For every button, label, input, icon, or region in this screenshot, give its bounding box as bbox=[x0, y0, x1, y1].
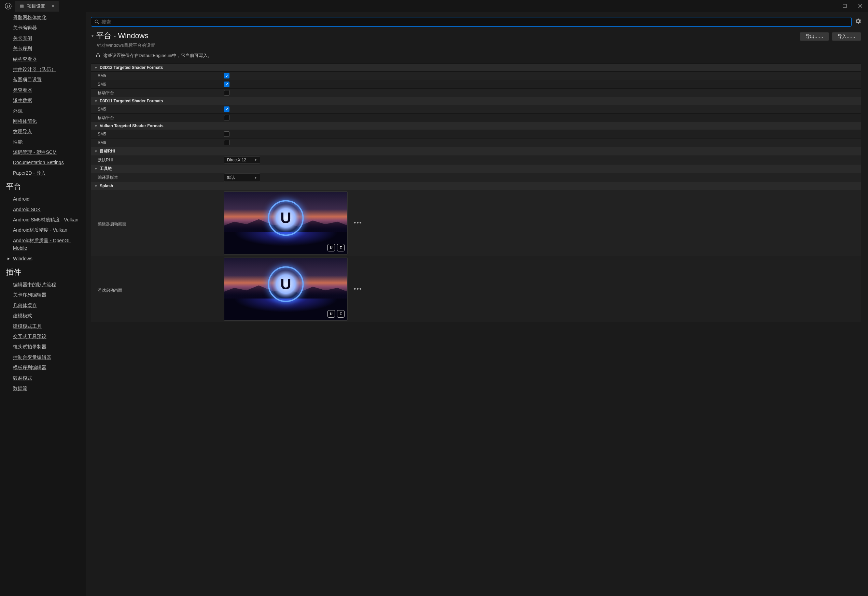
main-panel: ▼ 平台 - Windows 针对Windows目标平台的设置 导出…… 导入…… bbox=[86, 12, 868, 596]
sidebar-item[interactable]: 骨骼网格体简化 bbox=[0, 12, 86, 22]
window-close-button[interactable] bbox=[852, 0, 868, 12]
checkbox[interactable] bbox=[224, 106, 229, 112]
sidebar-item[interactable]: 镜头试拍录制器 bbox=[0, 341, 86, 352]
sidebar-item[interactable]: 蓝图项目设置 bbox=[0, 74, 86, 85]
chevron-down-icon[interactable]: ▼ bbox=[94, 124, 98, 128]
sidebar-item[interactable]: 建模模式 bbox=[0, 310, 86, 321]
search-icon bbox=[95, 19, 99, 24]
section-header[interactable]: ▼Vulkan Targeted Shader Formats bbox=[91, 122, 861, 130]
property-label: 移动平台 bbox=[91, 115, 224, 121]
checkbox[interactable] bbox=[224, 81, 229, 87]
dropdown[interactable]: DirectX 12▼ bbox=[224, 156, 260, 164]
sidebar-item[interactable]: 建模模式工具 bbox=[0, 321, 86, 331]
section-title: Splash bbox=[100, 183, 113, 188]
property-row: 编辑器启动画面UUE••• bbox=[91, 190, 861, 256]
sidebar-item[interactable]: 关卡序列 bbox=[0, 43, 86, 53]
sidebar-item[interactable]: 破裂模式 bbox=[0, 373, 86, 383]
sidebar-item[interactable]: 源码管理 - 塑性SCM bbox=[0, 147, 86, 157]
sidebar-item[interactable]: 控制台变量编辑器 bbox=[0, 352, 86, 362]
property-label: 游戏启动画面 bbox=[91, 258, 224, 294]
sidebar-item[interactable]: 派生数据 bbox=[0, 95, 86, 105]
ellipsis-button[interactable]: ••• bbox=[350, 286, 366, 293]
sidebar-item[interactable]: Windows bbox=[0, 254, 86, 264]
chevron-down-icon[interactable]: ▼ bbox=[94, 66, 98, 69]
section-header[interactable]: ▼Splash bbox=[91, 182, 861, 190]
chevron-down-icon[interactable]: ▼ bbox=[91, 34, 94, 38]
sidebar-item[interactable]: Android SM5材质精度 - Vulkan bbox=[0, 215, 86, 225]
property-label: SM5 bbox=[91, 132, 224, 136]
sidebar-item[interactable]: 纹理导入 bbox=[0, 126, 86, 136]
chevron-down-icon[interactable]: ▼ bbox=[94, 167, 98, 171]
sidebar-item[interactable]: 性能 bbox=[0, 137, 86, 147]
sidebar-item[interactable]: 几何体缓存 bbox=[0, 300, 86, 310]
svg-rect-3 bbox=[20, 7, 24, 7]
property-label: SM5 bbox=[91, 73, 224, 78]
section-header[interactable]: ▼目标RHI bbox=[91, 147, 861, 156]
chevron-down-icon[interactable]: ▼ bbox=[94, 99, 98, 103]
sidebar-item[interactable]: 网格体简化 bbox=[0, 116, 86, 126]
search-input[interactable] bbox=[101, 19, 848, 25]
splash-image[interactable]: UUE bbox=[224, 258, 347, 321]
sidebar-item[interactable]: Android SDK bbox=[0, 204, 86, 215]
sidebar-item[interactable]: 关卡实例 bbox=[0, 33, 86, 43]
sidebar-item[interactable]: 关卡序列编辑器 bbox=[0, 290, 86, 300]
property-row: 默认RHIDirectX 12▼ bbox=[91, 156, 861, 164]
sidebar-item[interactable]: Android材质质量 - OpenGL Mobile bbox=[0, 235, 86, 254]
checkbox[interactable] bbox=[224, 115, 229, 120]
dropdown[interactable]: 默认▼ bbox=[224, 173, 260, 182]
tab-title: 项目设置 bbox=[27, 3, 45, 9]
sidebar-item[interactable]: Paper2D - 导入 bbox=[0, 168, 86, 178]
tab-project-settings[interactable]: 项目设置 ✕ bbox=[15, 1, 59, 12]
ellipsis-button[interactable]: ••• bbox=[350, 219, 366, 227]
checkbox[interactable] bbox=[224, 73, 229, 78]
ue-logo-icon bbox=[3, 1, 14, 12]
property-row: SM5 bbox=[91, 130, 861, 138]
window-maximize-button[interactable] bbox=[837, 0, 852, 12]
window-minimize-button[interactable] bbox=[821, 0, 837, 12]
sidebar-item[interactable]: 关卡编辑器 bbox=[0, 22, 86, 33]
sidebar-item[interactable]: 交互式工具预设 bbox=[0, 331, 86, 341]
sidebar-item[interactable]: 模板序列编辑器 bbox=[0, 362, 86, 373]
section-title: D3D12 Targeted Shader Formats bbox=[100, 65, 163, 70]
property-list: ▼D3D12 Targeted Shader FormatsSM5SM6移动平台… bbox=[91, 63, 861, 322]
checkbox[interactable] bbox=[224, 140, 229, 145]
sidebar-item[interactable]: 控件设计器（队伍） bbox=[0, 64, 86, 74]
property-label: SM6 bbox=[91, 140, 224, 145]
section-header[interactable]: ▼D3D11 Targeted Shader Formats bbox=[91, 97, 861, 105]
svg-point-0 bbox=[5, 3, 11, 9]
svg-line-7 bbox=[98, 22, 99, 24]
section-header[interactable]: ▼D3D12 Targeted Shader Formats bbox=[91, 63, 861, 71]
close-icon[interactable]: ✕ bbox=[51, 4, 55, 9]
property-label: 默认RHI bbox=[91, 157, 224, 163]
svg-rect-8 bbox=[97, 55, 100, 57]
sidebar-item[interactable]: 类查看器 bbox=[0, 85, 86, 95]
section-title: D3D11 Targeted Shader Formats bbox=[100, 99, 163, 103]
sidebar-item[interactable]: 结构查看器 bbox=[0, 54, 86, 64]
import-button[interactable]: 导入…… bbox=[832, 32, 861, 41]
dropdown-value: DirectX 12 bbox=[227, 158, 246, 162]
lock-status-text: 这些设置被保存在DefaultEngine.ini中，它当前可写入。 bbox=[103, 53, 212, 59]
property-label: 编译器版本 bbox=[91, 175, 224, 180]
chevron-down-icon: ▼ bbox=[254, 158, 257, 162]
sidebar-item[interactable]: 数据流 bbox=[0, 383, 86, 393]
search-box[interactable] bbox=[91, 17, 852, 27]
checkbox[interactable] bbox=[224, 90, 229, 96]
page-title: 平台 - Windows bbox=[96, 31, 149, 41]
gear-icon[interactable] bbox=[855, 18, 861, 26]
sidebar-item[interactable]: 编辑器中的影片流程 bbox=[0, 279, 86, 290]
checkbox[interactable] bbox=[224, 131, 229, 137]
sidebar-item[interactable]: Documentation Settings bbox=[0, 157, 86, 168]
sidebar-item[interactable]: Android材质精度 - Vulkan bbox=[0, 225, 86, 235]
svg-rect-1 bbox=[20, 4, 24, 6]
splash-image[interactable]: UUE bbox=[224, 192, 347, 255]
export-button[interactable]: 导出…… bbox=[800, 32, 829, 41]
sidebar-item[interactable]: Android bbox=[0, 194, 86, 204]
section-title: 工具链 bbox=[100, 166, 112, 172]
chevron-down-icon[interactable]: ▼ bbox=[94, 184, 98, 188]
section-header[interactable]: ▼工具链 bbox=[91, 164, 861, 173]
chevron-down-icon: ▼ bbox=[254, 176, 257, 180]
sidebar-item[interactable]: 外观 bbox=[0, 106, 86, 116]
sidebar[interactable]: 骨骼网格体简化关卡编辑器关卡实例关卡序列结构查看器控件设计器（队伍）蓝图项目设置… bbox=[0, 12, 86, 596]
chevron-down-icon[interactable]: ▼ bbox=[94, 149, 98, 153]
property-row: 移动平台 bbox=[91, 89, 861, 97]
